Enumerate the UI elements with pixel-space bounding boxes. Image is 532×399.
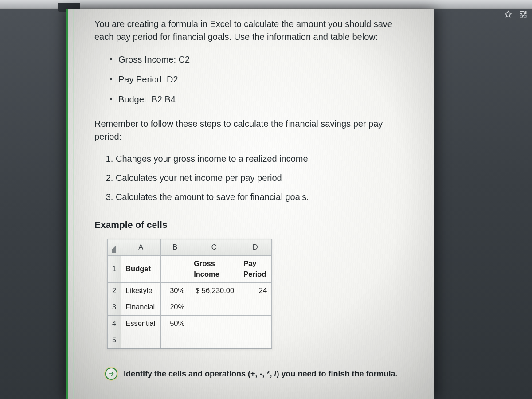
cell-C1-line2: Income	[194, 270, 219, 278]
bullet-budget: Budget: B2:B4	[110, 90, 408, 110]
intro-text: You are creating a formula in Excel to c…	[94, 18, 408, 43]
cell-D3	[239, 299, 272, 316]
cell-B3: 20%	[161, 299, 189, 316]
task-prompt-text: Identify the cells and operations (+, -,…	[124, 368, 398, 379]
row-4: 4 Essential 50%	[108, 316, 272, 332]
arrow-right-icon	[105, 368, 117, 380]
spreadsheet-mock: A B C D 1 Budget Gross Income Pay Period	[107, 239, 272, 348]
cell-A2: Lifestyle	[121, 283, 161, 299]
cell-C4	[189, 316, 239, 332]
star-icon[interactable]	[504, 10, 512, 19]
cell-C1-line1: Gross	[194, 259, 215, 267]
cell-C5	[189, 332, 239, 348]
cell-D1-line2: Period	[243, 270, 266, 278]
cell-A1: Budget	[121, 256, 161, 283]
page-content: You are creating a formula in Excel to c…	[68, 9, 434, 389]
browser-action-icons	[504, 10, 528, 19]
task-prompt: Identify the cells and operations (+, -,…	[105, 368, 408, 380]
col-header-D: D	[239, 239, 272, 256]
cell-D1: Pay Period	[239, 256, 272, 283]
cell-C3	[189, 299, 239, 316]
row-header-4: 4	[108, 316, 121, 332]
browser-chrome-strip	[0, 0, 532, 9]
row-header-2: 2	[108, 283, 121, 299]
example-heading: Example of cells	[94, 218, 408, 231]
cell-B5	[161, 332, 189, 348]
cell-D1-line1: Pay	[243, 259, 256, 267]
row-header-1: 1	[108, 256, 121, 283]
bullet-gross-income: Gross Income: C2	[110, 50, 408, 70]
bullet-pay-period: Pay Period: D2	[110, 70, 408, 90]
cell-B4: 50%	[161, 316, 189, 332]
row-header-5: 5	[108, 332, 121, 348]
cell-C1: Gross Income	[189, 256, 239, 283]
remember-text: Remember to follow these steps to calcul…	[94, 117, 408, 143]
cell-C2: $ 56,230.00	[189, 283, 239, 299]
cell-D5	[239, 332, 272, 348]
cell-B1	[161, 256, 189, 283]
steps-list: Changes your gross income to a realized …	[116, 149, 408, 207]
cell-D4	[239, 316, 272, 332]
row-1: 1 Budget Gross Income Pay Period	[108, 256, 272, 283]
col-header-B: B	[161, 239, 189, 256]
step-3: Calculates the amount to save for financ…	[116, 188, 408, 207]
page-card: You are creating a formula in Excel to c…	[66, 9, 434, 399]
cell-A3: Financial	[121, 299, 161, 316]
row-2: 2 Lifestyle 30% $ 56,230.00 24	[108, 283, 272, 299]
row-header-3: 3	[108, 299, 121, 316]
select-all-corner	[108, 239, 121, 256]
row-3: 3 Financial 20%	[108, 299, 272, 316]
step-1: Changes your gross income to a realized …	[116, 149, 408, 168]
row-5: 5	[108, 332, 272, 348]
cell-A4: Essential	[121, 316, 161, 332]
info-bullets: Gross Income: C2 Pay Period: D2 Budget: …	[110, 50, 408, 110]
cell-B2: 30%	[161, 283, 189, 299]
col-header-A: A	[121, 239, 161, 256]
step-2: Calculates your net income per pay perio…	[116, 168, 408, 188]
cell-A5	[121, 332, 161, 348]
col-header-C: C	[189, 239, 239, 256]
col-header-row: A B C D	[108, 239, 272, 256]
puzzle-icon[interactable]	[519, 10, 528, 19]
cell-D2: 24	[239, 283, 272, 299]
